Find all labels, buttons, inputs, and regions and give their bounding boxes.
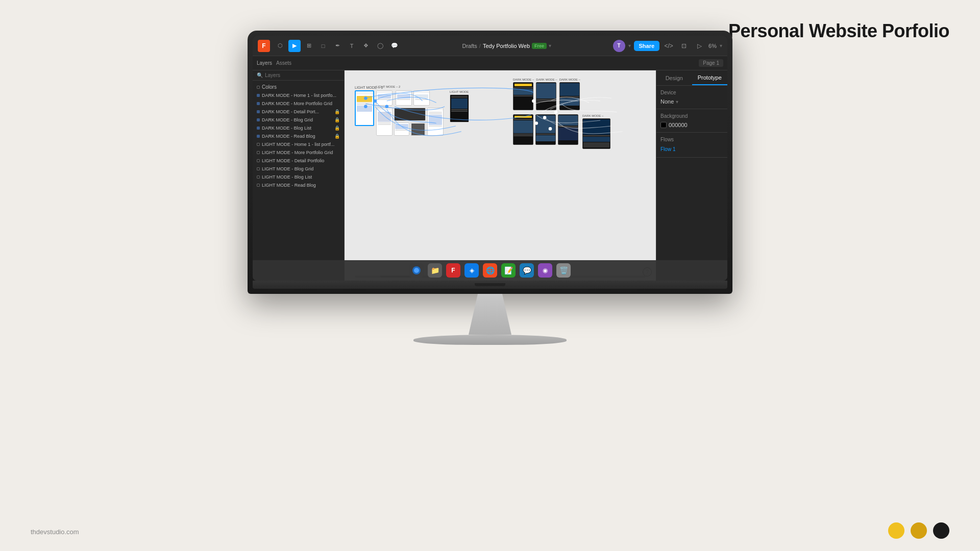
dock-app7[interactable]: ◉	[538, 263, 552, 278]
component-tool[interactable]: ❖	[360, 40, 372, 52]
breadcrumb-dropdown[interactable]: ▾	[549, 43, 551, 48]
dark-frame[interactable]	[582, 118, 610, 149]
cluster-label: LIGHT MODE – 1	[355, 86, 469, 89]
dark-frame[interactable]	[513, 82, 533, 110]
avatar-dropdown[interactable]: ▾	[628, 43, 631, 48]
scale-tool[interactable]: ⊞	[303, 40, 315, 52]
assets-tab[interactable]: Assets	[276, 60, 291, 66]
move-tool[interactable]: ⬡	[274, 40, 286, 52]
list-item[interactable]: DARK MODE - Blog List 🔒	[253, 124, 344, 132]
cluster-label-2: LIGHT MODE – 2	[376, 85, 400, 88]
dark-label: DARK MODE –	[582, 114, 610, 117]
list-item[interactable]: LIGHT MODE - Blog List	[253, 173, 344, 181]
mini-frame[interactable]	[410, 122, 426, 136]
dot-yellow	[888, 522, 904, 539]
mini-frame[interactable]	[427, 108, 444, 136]
zoom-level[interactable]: 6%	[708, 43, 717, 49]
dock-figma[interactable]: F	[446, 263, 460, 278]
dark-frame[interactable]	[513, 114, 533, 145]
code-icon[interactable]: </>	[663, 40, 675, 52]
mini-frame[interactable]	[396, 90, 412, 106]
layer-dot	[257, 102, 260, 105]
layers-tab[interactable]: Layers	[257, 60, 272, 66]
layer-name: LIGHT MODE - Read Blog	[262, 183, 316, 188]
background-value[interactable]: 000000	[660, 122, 723, 128]
dock-app6[interactable]: 💬	[520, 263, 534, 278]
page-tab[interactable]: Page 1	[699, 59, 723, 67]
list-item[interactable]: DARK MODE - Read Blog 🔒	[253, 132, 344, 140]
comment-tool[interactable]: 💬	[388, 40, 401, 52]
layer-dot	[257, 167, 260, 170]
mini-frame[interactable]	[450, 94, 469, 122]
prototype-tab[interactable]: Prototype	[692, 70, 728, 85]
list-item[interactable]: LIGHT MODE - Detail Portfolio	[253, 157, 344, 165]
monitor-body: F ⬡ ▶ ⊞ □ ✒ T ❖ ◯ 💬 Drafts /	[248, 31, 732, 294]
dark-label: DARK MODE –	[536, 78, 557, 81]
list-item[interactable]: LIGHT MODE - Home 1 - list portf...	[253, 140, 344, 148]
device-text: None	[660, 98, 674, 105]
layer-list: Colors DARK MODE - Home 1 - list portfo.…	[253, 81, 344, 191]
share-button[interactable]: Share	[634, 41, 660, 51]
mini-frame[interactable]	[413, 90, 430, 106]
flow-1-item[interactable]: Flow 1	[660, 145, 723, 153]
mini-frame[interactable]	[394, 122, 409, 136]
dark-frame[interactable]	[535, 114, 556, 145]
background-label: Background	[660, 113, 723, 119]
lock-icon: 🔒	[334, 109, 340, 114]
dock-vscode[interactable]: ◈	[464, 263, 479, 278]
mini-frame[interactable]	[355, 90, 374, 126]
dark-frame[interactable]	[559, 82, 580, 110]
layer-dot	[257, 184, 260, 187]
dot-dark-yellow	[911, 522, 927, 539]
layer-name: DARK MODE - Detail Port...	[262, 109, 319, 114]
dark-mode-group: DARK MODE –	[513, 78, 610, 149]
dark-frame[interactable]	[558, 114, 578, 145]
list-item[interactable]: DARK MODE - Detail Port... 🔒	[253, 108, 344, 116]
free-badge: Free	[532, 43, 547, 49]
dock-chrome[interactable]: 🌐	[483, 263, 497, 278]
list-item[interactable]: LIGHT MODE - More Portfolio Grid	[253, 148, 344, 157]
search-input[interactable]	[265, 72, 340, 78]
rect-tool[interactable]: □	[317, 40, 329, 52]
user-avatar[interactable]: T	[613, 40, 625, 52]
colors-item[interactable]: Colors	[253, 83, 344, 91]
breadcrumb-project[interactable]: Tedy Portfolio Web	[483, 43, 530, 49]
pen-tool[interactable]: ✒	[331, 40, 344, 52]
figma-toolbar: F ⬡ ▶ ⊞ □ ✒ T ❖ ◯ 💬 Drafts /	[253, 36, 727, 56]
dock-folder[interactable]: 📁	[428, 263, 442, 278]
dock-finder[interactable]	[409, 263, 424, 278]
chin-notch	[475, 283, 505, 286]
design-tab[interactable]: Design	[656, 70, 692, 85]
list-item[interactable]: LIGHT MODE - Read Blog	[253, 181, 344, 189]
list-item[interactable]: DARK MODE - Home 1 - list portfo...	[253, 91, 344, 99]
list-item[interactable]: DARK MODE - More Portfolio Grid	[253, 99, 344, 108]
play-icon[interactable]: ▷	[693, 40, 705, 52]
layer-name: DARK MODE - Home 1 - list portfo...	[262, 93, 336, 98]
present-icon[interactable]: ⊡	[678, 40, 690, 52]
layer-name: DARK MODE - Read Blog	[262, 134, 315, 139]
layer-name: DARK MODE - More Portfolio Grid	[262, 101, 332, 106]
list-item[interactable]: LIGHT MODE - Blog Grid	[253, 165, 344, 173]
frame-tool[interactable]: ▶	[288, 40, 301, 52]
device-value[interactable]: None ▾	[660, 98, 723, 105]
canvas-area[interactable]: LIGHT MODE – 1	[345, 70, 656, 281]
list-item[interactable]: DARK MODE - Blog Grid 🔒	[253, 116, 344, 124]
dock-app5[interactable]: 📝	[501, 263, 516, 278]
mac-dock: 📁 F ◈ 🌐 📝 💬	[253, 260, 727, 281]
page-title: Personal Website Porfolio	[728, 20, 949, 42]
mini-frame[interactable]	[376, 90, 393, 106]
background-color-swatch[interactable]	[660, 122, 667, 128]
device-dropdown[interactable]: ▾	[676, 99, 678, 105]
stand-neck	[459, 294, 521, 335]
search-bar: 🔍	[253, 70, 344, 81]
layer-name: LIGHT MODE - Blog Grid	[262, 166, 313, 171]
mini-frame[interactable]	[394, 108, 426, 121]
dark-frame[interactable]	[536, 82, 556, 110]
dock-trash[interactable]: 🗑️	[556, 263, 571, 278]
mini-frame[interactable]	[376, 108, 393, 136]
layers-panel: 🔍 Colors DARK MODE - Home 1 -	[253, 70, 345, 281]
layer-dot	[257, 86, 260, 89]
shape-tool[interactable]: ◯	[374, 40, 386, 52]
zoom-dropdown[interactable]: ▾	[720, 43, 722, 48]
text-tool[interactable]: T	[346, 40, 358, 52]
